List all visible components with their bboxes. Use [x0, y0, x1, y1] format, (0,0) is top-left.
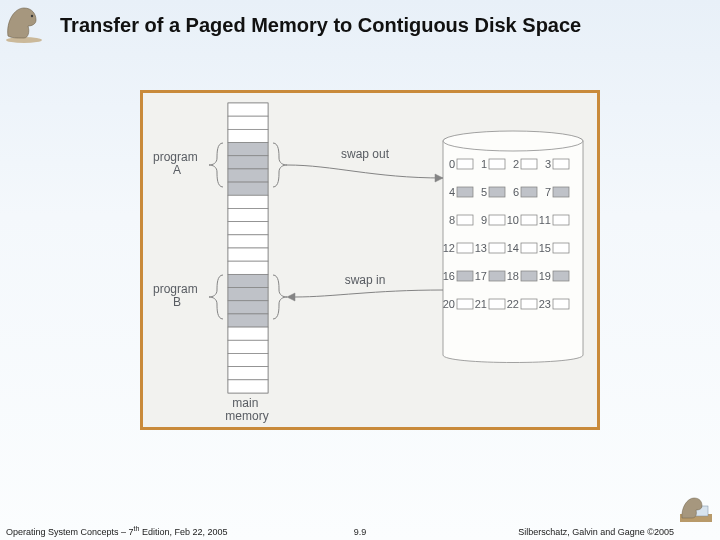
- figure-svg: main memory program A program B: [143, 93, 597, 427]
- program-a-brace: [209, 143, 223, 187]
- memory-slot: [228, 182, 268, 195]
- disk-cell: [521, 271, 537, 281]
- svg-point-1: [31, 15, 33, 17]
- svg-marker-3: [435, 174, 443, 182]
- disk-cell-label: 6: [513, 186, 519, 198]
- disk-cell: [521, 187, 537, 197]
- disk-cell-label: 22: [507, 298, 519, 310]
- disk-cell-label: 7: [545, 186, 551, 198]
- svg-marker-4: [287, 293, 295, 301]
- disk-cell-label: 17: [475, 270, 487, 282]
- slide-title: Transfer of a Paged Memory to Contiguous…: [60, 14, 710, 37]
- disk-cell: [457, 187, 473, 197]
- disk-cell-label: 10: [507, 214, 519, 226]
- memory-slot: [228, 367, 268, 380]
- disk-cell: [521, 159, 537, 169]
- disk-cell-label: 5: [481, 186, 487, 198]
- disk-cell-label: 2: [513, 158, 519, 170]
- disk: 01234567891011121314151617181920212223: [443, 131, 583, 363]
- disk-cell: [457, 215, 473, 225]
- footer-right: Silberschatz, Galvin and Gagne ©2005: [518, 527, 674, 537]
- memory-slot: [228, 340, 268, 353]
- slide: Transfer of a Paged Memory to Contiguous…: [0, 0, 720, 540]
- swap-in-label: swap in: [345, 273, 386, 287]
- disk-cell: [521, 243, 537, 253]
- disk-cell: [553, 243, 569, 253]
- disk-cell-label: 12: [443, 242, 455, 254]
- svg-point-5: [443, 131, 583, 151]
- disk-cell: [457, 159, 473, 169]
- memory-slot: [228, 274, 268, 287]
- disk-cell-label: 18: [507, 270, 519, 282]
- disk-cell-label: 1: [481, 158, 487, 170]
- disk-cell-label: 15: [539, 242, 551, 254]
- disk-cell-label: 19: [539, 270, 551, 282]
- disk-cell: [489, 271, 505, 281]
- memory-slot: [228, 195, 268, 208]
- footer-left: Operating System Concepts – 7th Edition,…: [6, 525, 227, 537]
- disk-cell: [457, 299, 473, 309]
- disk-cell-label: 13: [475, 242, 487, 254]
- swap-in-brace: [273, 275, 287, 319]
- memory-slot: [228, 353, 268, 366]
- disk-cell: [489, 299, 505, 309]
- disk-cell-label: 9: [481, 214, 487, 226]
- memory-slot: [228, 327, 268, 340]
- disk-cell: [489, 159, 505, 169]
- dinosaur-icon: [2, 2, 46, 44]
- disk-cell: [553, 271, 569, 281]
- memory-slot: [228, 222, 268, 235]
- memory-slot: [228, 143, 268, 156]
- disk-cell: [489, 215, 505, 225]
- figure-frame: main memory program A program B: [140, 90, 600, 430]
- memory-slot: [228, 248, 268, 261]
- disk-cell-label: 8: [449, 214, 455, 226]
- disk-cell-label: 11: [539, 214, 551, 226]
- memory-slot: [228, 156, 268, 169]
- disk-cell-label: 23: [539, 298, 551, 310]
- dinosaur-icon: [678, 492, 714, 524]
- disk-cell: [553, 159, 569, 169]
- swap-out-arrow: [287, 165, 443, 182]
- disk-cell: [553, 299, 569, 309]
- disk-cell-label: 16: [443, 270, 455, 282]
- disk-cell-label: 3: [545, 158, 551, 170]
- disk-cell: [489, 187, 505, 197]
- memory-slot: [228, 301, 268, 314]
- disk-cell-label: 0: [449, 158, 455, 170]
- disk-cell-label: 20: [443, 298, 455, 310]
- memory-slot: [228, 103, 268, 116]
- program-b-brace: [209, 275, 223, 319]
- memory-slot: [228, 116, 268, 129]
- disk-cell-label: 14: [507, 242, 519, 254]
- swap-out-label: swap out: [341, 147, 390, 161]
- disk-cell-label: 21: [475, 298, 487, 310]
- disk-cell-label: 4: [449, 186, 455, 198]
- memory-slot: [228, 208, 268, 221]
- disk-cell: [521, 299, 537, 309]
- memory-slot: [228, 129, 268, 142]
- program-b-label: program B: [153, 282, 201, 309]
- memory-slot: [228, 314, 268, 327]
- main-memory: [228, 103, 268, 393]
- main-memory-label: main memory: [225, 396, 268, 423]
- disk-cell: [457, 271, 473, 281]
- disk-cell: [553, 215, 569, 225]
- disk-cell: [553, 187, 569, 197]
- memory-slot: [228, 380, 268, 393]
- disk-cell: [521, 215, 537, 225]
- memory-slot: [228, 169, 268, 182]
- swap-in-arrow: [287, 290, 443, 301]
- swap-out-brace: [273, 143, 287, 187]
- memory-slot: [228, 261, 268, 274]
- program-a-label: program A: [153, 150, 201, 177]
- memory-slot: [228, 288, 268, 301]
- memory-slot: [228, 235, 268, 248]
- footer: Operating System Concepts – 7th Edition,…: [0, 523, 720, 537]
- disk-cell: [457, 243, 473, 253]
- footer-page-number: 9.9: [354, 527, 367, 537]
- disk-cell: [489, 243, 505, 253]
